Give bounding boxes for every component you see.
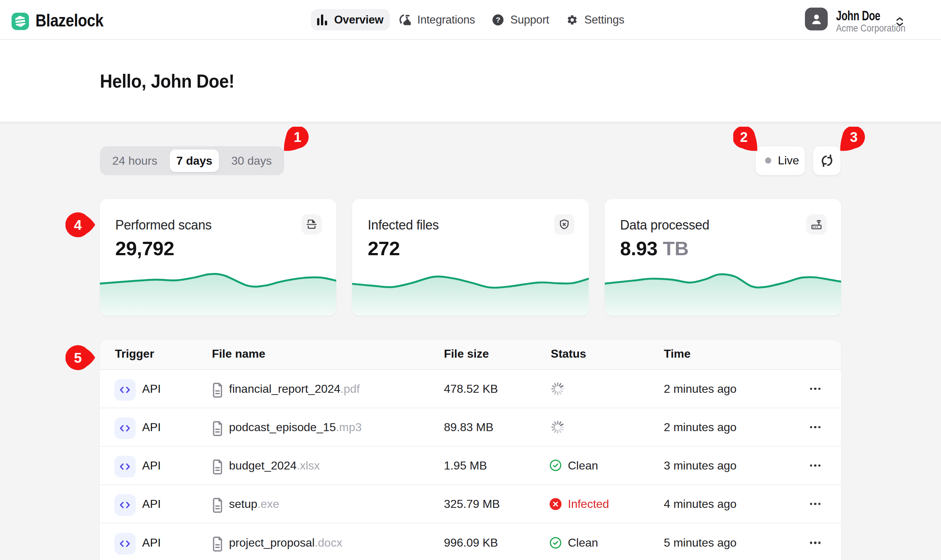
svg-text:1: 1 — [294, 129, 301, 145]
svg-text:?: ? — [496, 15, 501, 24]
svg-text:2: 2 — [740, 129, 748, 145]
svg-text:5: 5 — [74, 350, 82, 366]
svg-text:4: 4 — [74, 217, 82, 233]
svg-text:3: 3 — [850, 129, 857, 145]
